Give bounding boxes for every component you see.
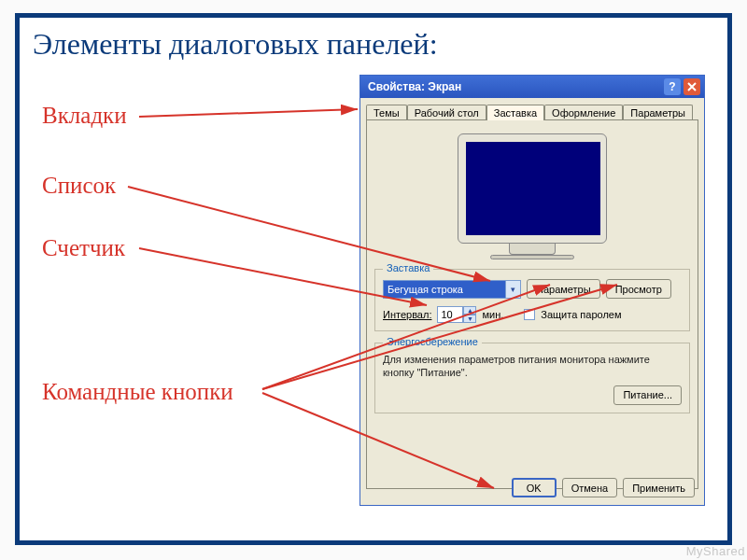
screensaver-group: Заставка Бегущая строка ▾ Параметры Прос…	[374, 269, 690, 331]
tab-desktop[interactable]: Рабочий стол	[407, 105, 486, 120]
password-checkbox-label: Защита паролем	[541, 309, 621, 320]
tab-themes[interactable]: Темы	[366, 105, 407, 120]
tab-screensaver[interactable]: Заставка	[486, 105, 544, 120]
monitor-screen	[466, 142, 600, 235]
interval-spinner[interactable]: ▲ ▼	[437, 306, 476, 323]
energy-group-title: Энергосбережение	[383, 336, 482, 347]
password-checkbox[interactable]	[524, 309, 535, 320]
screensaver-list-value: Бегущая строка	[384, 284, 505, 295]
callout-list: Список	[42, 173, 116, 199]
svg-line-0	[139, 109, 358, 117]
screensaver-preview-button[interactable]: Просмотр	[606, 279, 671, 299]
tab-panel: Заставка Бегущая строка ▾ Параметры Прос…	[366, 119, 698, 489]
callout-tabs: Вкладки	[42, 103, 127, 129]
spinner-down-icon[interactable]: ▼	[463, 315, 476, 323]
tab-strip: Темы Рабочий стол Заставка Оформление Па…	[360, 98, 704, 119]
dialog-title-text: Свойства: Экран	[364, 80, 661, 93]
interval-unit: мин.	[482, 309, 503, 320]
slide-title: Элементы диалоговых панелей:	[33, 27, 438, 62]
callout-command-buttons: Командные кнопки	[42, 379, 233, 405]
slide-frame: Элементы диалоговых панелей: Вкладки Спи…	[15, 13, 732, 545]
tab-appearance[interactable]: Оформление	[544, 105, 623, 120]
screensaver-params-button[interactable]: Параметры	[527, 279, 600, 299]
apply-button[interactable]: Применить	[623, 478, 695, 497]
monitor-icon	[458, 133, 607, 259]
close-button[interactable]	[684, 78, 700, 95]
tab-settings[interactable]: Параметры	[623, 105, 693, 120]
dialog-titlebar[interactable]: Свойства: Экран ?	[360, 76, 704, 98]
help-button[interactable]: ?	[664, 78, 681, 95]
energy-text: Для изменения параметров питания монитор…	[383, 353, 682, 380]
cancel-button[interactable]: Отмена	[562, 478, 617, 497]
dropdown-arrow-icon: ▾	[505, 281, 520, 298]
power-button[interactable]: Питание...	[613, 385, 682, 405]
callout-spinner: Счетчик	[42, 235, 125, 261]
screensaver-group-title: Заставка	[383, 262, 433, 273]
interval-value[interactable]	[437, 306, 463, 323]
screensaver-list[interactable]: Бегущая строка ▾	[383, 280, 521, 299]
energy-group: Энергосбережение Для изменения параметро…	[374, 343, 690, 413]
monitor-preview	[374, 128, 690, 259]
watermark: MyShared	[686, 544, 745, 558]
close-icon	[687, 82, 697, 91]
interval-label: Интервал:	[383, 309, 431, 320]
ok-button[interactable]: OK	[512, 478, 557, 497]
spinner-up-icon[interactable]: ▲	[463, 306, 476, 315]
dialog-action-buttons: OK Отмена Применить	[360, 478, 704, 497]
display-properties-dialog: Свойства: Экран ? Темы Рабочий стол Заст…	[359, 75, 705, 506]
